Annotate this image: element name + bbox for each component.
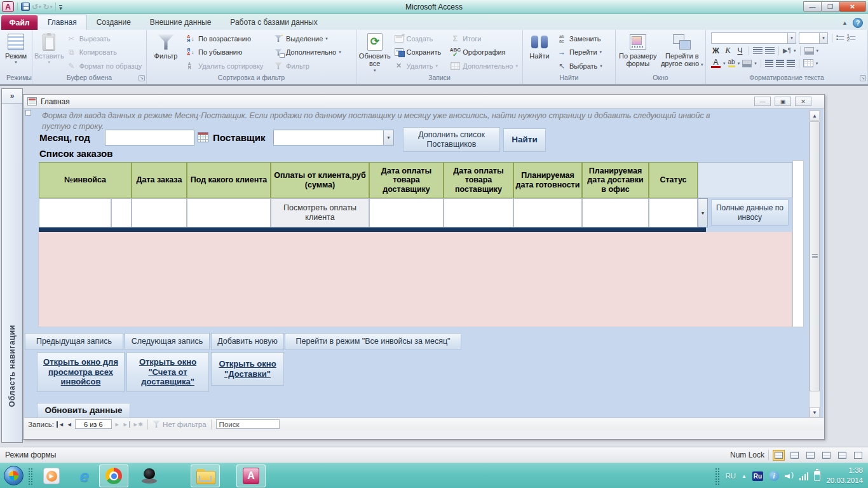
- background-fill-icon[interactable]: [742, 60, 752, 67]
- start-button[interactable]: [4, 466, 24, 485]
- form-selector-box[interactable]: [25, 110, 31, 116]
- battery-icon[interactable]: [814, 471, 820, 481]
- clock[interactable]: 1:38 20.03.2014: [826, 466, 863, 485]
- full-invoice-data-button[interactable]: Полные данные по инвосу: [711, 200, 789, 226]
- layout-view-icon[interactable]: [836, 450, 848, 461]
- selection-button[interactable]: Выделение▾: [271, 33, 344, 44]
- view-client-payments-button[interactable]: Посмотреть оплаты клиента: [271, 198, 369, 227]
- bullets-icon[interactable]: •—•—: [836, 35, 844, 41]
- tab-create[interactable]: Создание: [87, 15, 140, 30]
- undo-button[interactable]: ↺▾: [32, 3, 41, 11]
- switch-windows-button[interactable]: Перейти в другое окно ▾: [661, 31, 703, 74]
- save-icon[interactable]: [21, 3, 30, 11]
- tab-file[interactable]: Файл: [1, 15, 37, 30]
- previous-record-icon[interactable]: ◄: [67, 421, 72, 428]
- form-window-titlebar[interactable]: Главная — ▣ ✕: [24, 95, 824, 109]
- underline-button[interactable]: Ч: [735, 46, 745, 55]
- column-header[interactable]: Оплаты от клиента,руб (сумма): [271, 162, 369, 198]
- volume-icon[interactable]: [785, 472, 794, 480]
- record-position[interactable]: 6 из 6: [75, 419, 112, 429]
- column-header[interactable]: Планируемая дата доставки в офис: [582, 162, 649, 198]
- next-record-icon[interactable]: ►: [114, 421, 120, 428]
- last-record-icon[interactable]: ►: [123, 421, 130, 428]
- column-header[interactable]: №инвойса: [39, 162, 132, 198]
- bold-button[interactable]: Ж: [711, 46, 721, 55]
- office-delivery-date-cell[interactable]: [582, 198, 649, 227]
- find-record-button[interactable]: Найти: [503, 128, 546, 152]
- new-record-button[interactable]: Создать: [391, 33, 448, 44]
- ready-date-cell[interactable]: [513, 198, 582, 227]
- text-direction-icon[interactable]: ▶¶: [783, 47, 791, 54]
- cut-button[interactable]: ✂Вырезать: [64, 33, 145, 44]
- clear-sort-button[interactable]: АЯ Удалить сортировку: [183, 60, 271, 71]
- tray-grip[interactable]: [715, 468, 719, 485]
- next-record-button[interactable]: Следующая запись: [125, 333, 210, 350]
- numbering-icon[interactable]: 1—2—: [846, 35, 855, 41]
- customize-qat-button[interactable]: ▾: [59, 5, 62, 11]
- calendar-icon[interactable]: [198, 132, 208, 142]
- dialog-launcher-icon[interactable]: ↘: [860, 75, 866, 81]
- decrease-indent-icon[interactable]: [753, 47, 763, 54]
- pivottable-view-icon[interactable]: [804, 450, 817, 461]
- record-search-input[interactable]: Поиск: [216, 419, 280, 429]
- select-button[interactable]: ↖Выбрать▾: [554, 60, 605, 71]
- hidden-icons-arrow[interactable]: ▲: [742, 473, 747, 479]
- goto-button[interactable]: →Перейти▾: [554, 47, 605, 58]
- toggle-filter-button[interactable]: Фильтр: [271, 60, 344, 71]
- access-taskbar-icon[interactable]: A: [236, 464, 266, 487]
- find-button[interactable]: Найти: [525, 31, 554, 74]
- pay-date-deliverer-cell[interactable]: [369, 198, 444, 227]
- alternate-row-color-icon[interactable]: [804, 47, 814, 55]
- taskbar-grip[interactable]: [28, 468, 32, 485]
- tab-home[interactable]: Главная: [37, 15, 87, 30]
- invoice-aux-cell[interactable]: [111, 198, 132, 227]
- form-close-button[interactable]: ✕: [795, 97, 811, 106]
- copy-button[interactable]: ⧉Копировать: [64, 47, 145, 58]
- column-header[interactable]: Статус: [649, 162, 698, 198]
- add-new-button[interactable]: Добавить новую: [211, 333, 284, 350]
- form-restore-button[interactable]: ▣: [775, 97, 791, 106]
- tab-database-tools[interactable]: Работа с базами данных: [220, 15, 327, 30]
- supplier-combo[interactable]: [273, 130, 384, 146]
- navigation-pane-collapsed[interactable]: » Область навигации: [1, 88, 23, 443]
- refresh-data-button[interactable]: Обновить данные: [37, 403, 130, 419]
- pivotchart-view-icon[interactable]: [820, 450, 832, 461]
- refresh-all-button[interactable]: ⟳ Обновить все▾: [358, 31, 391, 74]
- expand-navigation-pane-button[interactable]: »: [2, 89, 22, 104]
- form-vertical-scrollbar[interactable]: ▲ ▼: [809, 110, 820, 418]
- align-right-icon[interactable]: [787, 60, 795, 67]
- chrome-icon[interactable]: [99, 464, 128, 487]
- all-invoices-mode-button[interactable]: Перейти в режим "Все инвойсы за месяц": [285, 333, 461, 350]
- form-view-icon[interactable]: [773, 450, 785, 461]
- sort-ascending-button[interactable]: АЯ↓ По возрастанию: [183, 33, 271, 44]
- media-player-icon[interactable]: ▶: [37, 464, 66, 487]
- status-cell[interactable]: [649, 198, 698, 227]
- keyboard-layout-badge[interactable]: Ru: [752, 471, 763, 481]
- datasheet-view-icon[interactable]: [789, 450, 801, 461]
- replace-button[interactable]: abacЗаменить: [554, 33, 605, 44]
- font-size-combo[interactable]: ▼: [799, 32, 828, 44]
- increase-indent-icon[interactable]: [765, 47, 775, 54]
- access-app-icon[interactable]: A: [2, 1, 14, 12]
- minimize-button[interactable]: —: [803, 1, 822, 12]
- scroll-up-icon[interactable]: ▲: [810, 111, 820, 121]
- supplier-dropdown-icon[interactable]: ▼: [383, 130, 394, 146]
- paste-button[interactable]: Вставить▾: [34, 31, 64, 74]
- gridlines-icon[interactable]: [803, 59, 813, 67]
- sort-descending-button[interactable]: ЯА↓ По убыванию: [183, 47, 271, 58]
- column-header[interactable]: Дата оплаты товара доставщику: [369, 162, 444, 198]
- align-left-icon[interactable]: [765, 60, 773, 67]
- design-view-icon[interactable]: [852, 450, 864, 461]
- filter-button[interactable]: Фильтр: [149, 31, 183, 74]
- open-all-invoices-window-button[interactable]: Открыть окно для просмотра всех инвойсов: [37, 352, 125, 392]
- tab-external-data[interactable]: Внешние данные: [140, 15, 221, 30]
- close-button[interactable]: ✕: [839, 1, 866, 12]
- column-header[interactable]: Под какого клиента: [187, 162, 271, 198]
- restore-button[interactable]: ❐: [821, 1, 839, 12]
- font-family-combo[interactable]: ▼: [711, 32, 796, 44]
- language-indicator[interactable]: RU: [725, 472, 736, 480]
- status-dropdown-icon[interactable]: ▼: [698, 198, 708, 227]
- redo-button[interactable]: ↻▾: [43, 3, 53, 11]
- format-painter-button[interactable]: ✎Формат по образцу: [64, 60, 145, 71]
- minimize-ribbon-icon[interactable]: ▲: [842, 20, 848, 26]
